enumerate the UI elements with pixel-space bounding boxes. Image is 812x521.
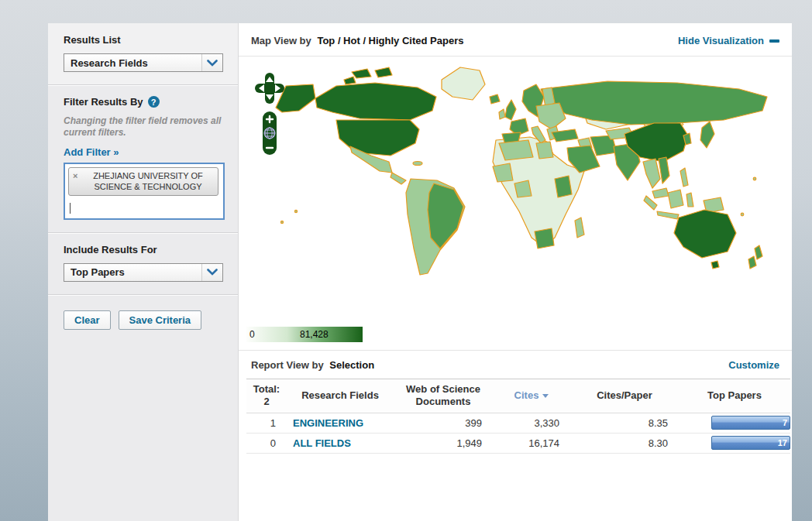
country-malaysia [652, 188, 669, 198]
country-nigeria [514, 180, 532, 197]
country-new-zealand [748, 256, 756, 269]
legend-max-value: 81,428 [300, 329, 329, 340]
text-cursor [70, 203, 71, 214]
documents-value: 1,949 [394, 437, 493, 449]
filter-tag-label: ZHEJIANG UNIVERSITY OF SCIENCE & TECHNOL… [93, 171, 203, 191]
top-papers-bar: 7 [711, 416, 790, 430]
world-map[interactable] [259, 63, 773, 295]
country-japan [700, 122, 714, 148]
filter-results-heading: Filter Results By [64, 96, 143, 108]
report-view-header: Report View by Selection Customize [239, 351, 792, 379]
country-new-zealand [755, 245, 762, 259]
region-eastern-europe [536, 103, 566, 129]
cites-per-paper-value: 8.35 [570, 417, 679, 429]
globe-icon [264, 128, 275, 139]
results-list-dropdown[interactable]: Research Fields [64, 53, 223, 72]
field-link[interactable]: ALL FIELDS [287, 437, 351, 449]
include-results-selected-value: Top Papers [64, 266, 125, 278]
filter-results-section: Filter Results By ? Changing the filter … [48, 85, 238, 233]
results-list-selected-value: Research Fields [64, 57, 148, 69]
table-row: 1 ENGINEERING 399 3,330 8.35 7 [246, 413, 790, 434]
top-papers-bar: 17 [711, 436, 790, 450]
country-russia [541, 81, 767, 125]
country-australia [674, 210, 736, 258]
total-label: Total: [246, 383, 287, 396]
filter-tag[interactable]: × ZHEJIANG UNIVERSITY OF SCIENCE & TECHN… [68, 167, 218, 196]
map-legend: 0 81,428 [246, 327, 363, 342]
column-research-fields: Research Fields [287, 389, 394, 402]
report-view-title: Selection [329, 359, 374, 371]
row-count: 1 [246, 417, 287, 429]
map-pan-control[interactable] [254, 72, 285, 105]
island-sulawesi [686, 193, 693, 207]
island-borneo [668, 190, 683, 208]
region-west-africa [493, 163, 513, 182]
sort-desc-icon [542, 394, 549, 398]
results-list-section: Results List Research Fields [48, 23, 238, 85]
include-results-heading: Include Results For [64, 244, 222, 255]
country-philippines [680, 168, 688, 187]
include-results-section: Include Results For Top Papers [48, 233, 238, 295]
country-canada [315, 83, 436, 120]
map-view-title-prefix: Map View by [251, 35, 311, 46]
help-icon[interactable]: ? [148, 96, 160, 108]
region-arctic-islands [352, 69, 371, 78]
country-uk [505, 100, 516, 120]
actions-section: Clear Save Criteria [48, 295, 238, 342]
column-cites[interactable]: Cites [493, 389, 570, 402]
filter-sidebar: Results List Research Fields Filter Resu… [48, 23, 239, 521]
chevron-down-icon [201, 54, 222, 71]
island-speck [741, 213, 744, 216]
cites-value: 16,174 [493, 437, 570, 449]
country-ireland [499, 109, 505, 119]
table-row: 0 ALL FIELDS 1,949 16,174 8.30 17 [246, 434, 790, 454]
island-speck [294, 210, 297, 212]
hide-visualization-link[interactable]: Hide Visualization [678, 35, 779, 46]
country-iceland [490, 94, 500, 104]
region-arctic-islands [375, 67, 392, 77]
table-header-row: Total: 2 Research Fields Web of Science … [246, 379, 790, 413]
region-southeast-asia [643, 159, 660, 188]
total-value: 2 [246, 396, 287, 408]
include-results-dropdown[interactable]: Top Papers [64, 263, 223, 282]
results-table: Total: 2 Research Fields Web of Science … [246, 379, 790, 454]
remove-tag-icon[interactable]: × [73, 170, 77, 181]
filter-input-box[interactable]: × ZHEJIANG UNIVERSITY OF SCIENCE & TECHN… [64, 163, 225, 220]
map-zoom-control[interactable] [262, 111, 277, 156]
island-speck [280, 221, 283, 223]
cites-per-paper-value: 8.30 [570, 437, 679, 449]
report-view-title-prefix: Report View by [251, 359, 324, 371]
cites-value: 3,330 [493, 417, 570, 429]
documents-value: 399 [394, 417, 493, 429]
add-filter-link[interactable]: Add Filter » [64, 146, 119, 158]
country-vietnam [659, 157, 669, 183]
row-count: 0 [246, 437, 287, 449]
region-arctic-islands [344, 77, 356, 84]
country-cuba [413, 162, 422, 166]
region-north-africa [499, 140, 533, 160]
customize-link[interactable]: Customize [728, 359, 779, 371]
country-brazil [428, 183, 463, 249]
country-egypt [536, 142, 553, 159]
map-view-header: Map View by Top / Hot / Highly Cited Pap… [239, 23, 792, 57]
island-speck [753, 177, 756, 180]
legend-min-value: 0 [249, 329, 255, 340]
main-panel: Map View by Top / Hot / Highly Cited Pap… [239, 23, 792, 521]
column-top-papers: Top Papers [679, 389, 790, 402]
field-link[interactable]: ENGINEERING [287, 417, 363, 429]
column-documents: Web of Science Documents [394, 383, 493, 409]
filter-note: Changing the filter field removes all cu… [64, 115, 222, 139]
map-view-title: Top / Hot / Highly Cited Papers [317, 35, 463, 46]
region-east-africa [555, 176, 572, 197]
map-controls [254, 72, 285, 156]
chevron-down-icon [201, 264, 222, 281]
collapse-icon [769, 39, 779, 43]
island-tasmania [711, 261, 719, 269]
clear-button[interactable]: Clear [64, 310, 111, 330]
island-java [657, 211, 679, 219]
save-criteria-button[interactable]: Save Criteria [119, 310, 202, 330]
country-south-africa [535, 228, 554, 249]
column-cites-per-paper: Cites/Paper [570, 389, 679, 402]
region-central-america [391, 173, 406, 184]
results-list-heading: Results List [64, 34, 222, 46]
